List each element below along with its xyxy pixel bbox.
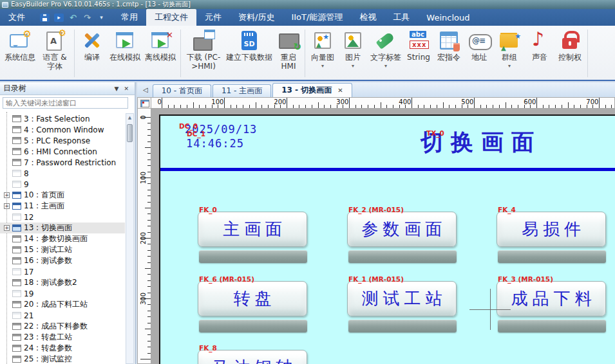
- picture-button[interactable]: 图片 ▾: [338, 27, 368, 80]
- window-titlebar: EasyBuilder Pro V6.10.01.465s : 1.cmtp -…: [0, 0, 615, 9]
- divider-line[interactable]: [160, 168, 615, 171]
- window-thumb-icon: [12, 115, 21, 122]
- hmi-screen-canvas[interactable]: DC_0 DC_1 2025/09/13 14:46:25 TX_0 切换画面 …: [159, 114, 615, 364]
- text-label-button[interactable]: 文字标签 ▾: [368, 27, 403, 80]
- tree-item[interactable]: + 10 : 首页面: [0, 190, 125, 201]
- vector-graphic-button[interactable]: ★▲ 向量图 ▾: [308, 27, 337, 80]
- hmi-time-object[interactable]: 14:46:25: [186, 137, 244, 150]
- offline-simulation-button[interactable]: ✕ 离线模拟: [143, 27, 178, 80]
- sound-button[interactable]: ♪ 声音: [525, 27, 554, 80]
- build-download-data-button[interactable]: SD 建立下载数据: [224, 27, 274, 80]
- redo-icon[interactable]: ↷: [82, 14, 92, 22]
- tree-item[interactable]: 24 : 转盘参数: [0, 343, 125, 354]
- hmi-button-face[interactable]: 成品下料: [497, 281, 606, 316]
- menu-tab-weincloud[interactable]: Weincloud: [418, 9, 478, 26]
- doc-tab-11[interactable]: 11 - 主画面: [213, 84, 271, 97]
- tree-item[interactable]: 22 : 成品下料参数: [0, 321, 125, 332]
- tree-item[interactable]: 9: [0, 179, 125, 190]
- tree-item[interactable]: 12: [0, 212, 125, 223]
- tree-item[interactable]: 16 : 测试参数: [0, 255, 125, 266]
- chevron-down-icon[interactable]: ▾: [508, 64, 511, 69]
- download-button[interactable]: 下载 (PC->HMI): [184, 27, 223, 80]
- group-button[interactable]: ★▲ 群组 ▾: [495, 27, 524, 80]
- ruler-row: 0 100 200 300 400 500 600 700: [137, 97, 615, 109]
- tree-item[interactable]: 21: [0, 310, 125, 321]
- tree-item-label: 24 : 转盘参数: [24, 343, 72, 354]
- expand-icon[interactable]: +: [4, 203, 10, 209]
- macro-button[interactable]: 宏指令: [434, 27, 464, 80]
- ruler-corner-icon[interactable]: [137, 97, 151, 109]
- gear-icon: ⚙: [23, 28, 32, 40]
- reboot-hmi-button[interactable]: ↻ 重启 HMI: [275, 27, 302, 80]
- hmi-button-face[interactable]: 马达钢轴: [198, 350, 307, 364]
- menu-tab-object[interactable]: 元件: [196, 9, 230, 26]
- hmi-function-button-unload[interactable]: FK_3 (MR-015) 成品下料: [497, 275, 607, 334]
- compile-button[interactable]: 编译: [77, 27, 107, 80]
- menu-tab-project-file[interactable]: 工程文件: [146, 9, 196, 26]
- menu-file[interactable]: 文件: [0, 9, 33, 26]
- hmi-button-face[interactable]: 易损件: [497, 212, 606, 247]
- chevron-down-icon[interactable]: ▾: [321, 64, 324, 69]
- tree-item[interactable]: 6 : HMI Connection: [0, 146, 125, 157]
- chevron-down-icon[interactable]: ▾: [352, 64, 354, 69]
- expand-icon[interactable]: +: [4, 225, 10, 231]
- menu-tab-tools[interactable]: 工具: [384, 9, 418, 26]
- chevron-down-icon[interactable]: ▾: [384, 64, 387, 69]
- tree-item[interactable]: 3 : Fast Selection: [0, 113, 125, 124]
- hmi-function-button-turntable[interactable]: FK_6 (MR-015) 转盘: [198, 275, 308, 334]
- tree-item[interactable]: 14 : 参数切换画面: [0, 233, 125, 244]
- string-button[interactable]: abcxxx String: [404, 27, 433, 80]
- scrollbar-thumb[interactable]: [127, 124, 133, 142]
- language-font-button[interactable]: A⚙ 语言 & 字体: [38, 27, 71, 80]
- expand-icon[interactable]: +: [4, 192, 10, 198]
- toolbar-divider: [180, 30, 181, 77]
- tree-item[interactable]: 25 : 测试监控: [0, 354, 125, 364]
- string-icon: abcxxx: [406, 28, 431, 53]
- menu-tab-data-history[interactable]: 资料/历史: [230, 9, 283, 26]
- hmi-function-button-test-station[interactable]: FK_1 (MR-015) 测试工站: [347, 275, 458, 334]
- tree-filter-input[interactable]: [3, 97, 128, 109]
- address-button[interactable]: @≡ 地址: [464, 27, 494, 80]
- doc-tab-13[interactable]: 13 - 切换画面 ✕: [272, 83, 352, 97]
- tree-item[interactable]: 5 : PLC Response: [0, 135, 125, 146]
- tree-item[interactable]: 23 : 转盘工站: [0, 332, 125, 343]
- panel-close-icon[interactable]: ✕: [121, 86, 131, 92]
- hmi-button-face[interactable]: 测试工站: [347, 281, 457, 316]
- address-icon: @≡: [466, 28, 492, 53]
- tree-scrollbar[interactable]: ▲: [126, 113, 134, 364]
- online-simulation-button[interactable]: 在线模拟: [108, 27, 142, 80]
- control-token-button[interactable]: 控制权: [555, 27, 585, 80]
- menu-tab-view[interactable]: 检视: [351, 9, 384, 26]
- hmi-button-face[interactable]: 参数画面: [347, 212, 457, 247]
- tree-item[interactable]: 20 : 成品下料工站: [0, 299, 125, 310]
- tree-item[interactable]: 7 : Password Restriction: [0, 157, 125, 168]
- tree-item[interactable]: 4 : Common Window: [0, 124, 125, 135]
- hmi-function-button-motor-shaft[interactable]: FK_8 马达钢轴: [198, 344, 308, 364]
- tree-item[interactable]: 19: [0, 288, 125, 299]
- tree-item[interactable]: 15 : 测试工站: [0, 244, 125, 255]
- hmi-function-button-main[interactable]: FK_0 主画面: [198, 206, 308, 265]
- tree-item[interactable]: 18 : 测试参数2: [0, 277, 125, 288]
- export-icon[interactable]: ▸: [54, 14, 64, 22]
- canvas-workspace[interactable]: DC_0 DC_1 2025/09/13 14:46:25 TX_0 切换画面 …: [151, 109, 615, 364]
- save-icon[interactable]: [40, 14, 50, 22]
- scroll-up-icon[interactable]: ▲: [126, 114, 133, 120]
- tab-scroll-left-icon[interactable]: ◁: [140, 86, 151, 93]
- tree-item[interactable]: + 13 : 切换画面: [0, 223, 125, 233]
- hmi-button-face[interactable]: 转盘: [198, 281, 307, 316]
- doc-tab-10[interactable]: 10 - 首页面: [153, 84, 211, 97]
- undo-icon[interactable]: ↶: [68, 14, 78, 22]
- tab-close-icon[interactable]: ✕: [337, 87, 343, 94]
- menu-tab-common[interactable]: 常用: [113, 9, 146, 26]
- panel-dropdown-icon[interactable]: ▼: [112, 86, 122, 92]
- tree-item[interactable]: 17: [0, 266, 125, 277]
- hmi-function-button-wear-parts[interactable]: FK_4 易损件: [497, 206, 607, 265]
- hmi-button-face[interactable]: 主画面: [198, 212, 307, 247]
- hmi-button-shadow-bar: [348, 320, 457, 332]
- hmi-function-button-params[interactable]: FK_2 (MR-015) 参数画面: [347, 206, 458, 265]
- tree-item[interactable]: + 11 : 主画面: [0, 201, 125, 212]
- tree-item[interactable]: 8: [0, 168, 125, 179]
- system-info-button[interactable]: ⚙ 系统信息: [3, 27, 37, 80]
- quick-access-more-icon[interactable]: ▾: [97, 14, 106, 22]
- menu-tab-iiot-energy[interactable]: IIoT/能源管理: [283, 9, 351, 26]
